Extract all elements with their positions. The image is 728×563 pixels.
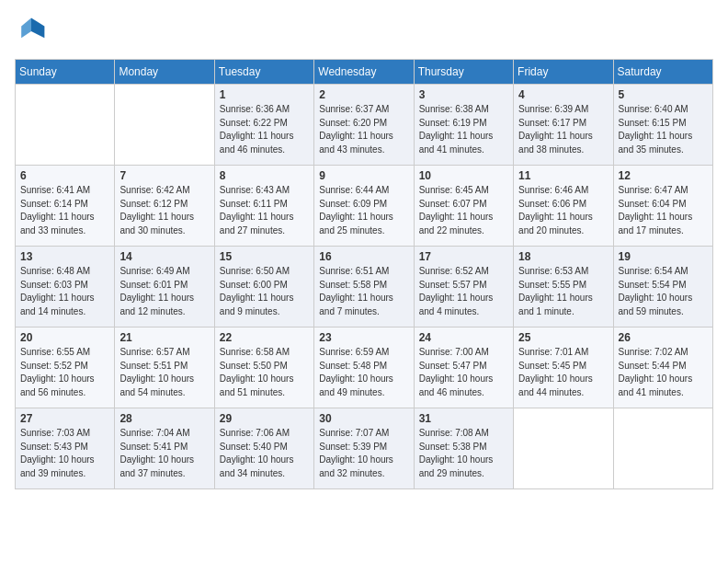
calendar-cell: 6Sunrise: 6:41 AMSunset: 6:14 PMDaylight…: [16, 166, 115, 247]
calendar-cell: 4Sunrise: 6:39 AMSunset: 6:17 PMDaylight…: [514, 85, 613, 166]
day-number: 10: [419, 169, 508, 182]
logo-icon: [15, 15, 48, 48]
calendar-week-row: 13Sunrise: 6:48 AMSunset: 6:03 PMDayligh…: [16, 247, 713, 327]
day-info: Sunrise: 6:48 AMSunset: 6:03 PMDaylight:…: [20, 265, 109, 318]
day-number: 4: [518, 88, 608, 101]
calendar-week-row: 27Sunrise: 7:03 AMSunset: 5:43 PMDayligh…: [16, 408, 713, 489]
day-number: 14: [119, 250, 209, 263]
calendar-cell: 30Sunrise: 7:07 AMSunset: 5:39 PMDayligh…: [314, 408, 414, 489]
calendar-cell: 10Sunrise: 6:45 AMSunset: 6:07 PMDayligh…: [414, 166, 513, 247]
day-number: 6: [20, 169, 109, 182]
day-info: Sunrise: 6:47 AMSunset: 6:04 PMDaylight:…: [619, 184, 708, 237]
day-number: 20: [20, 331, 109, 344]
calendar-cell: [115, 85, 214, 166]
calendar-cell: 3Sunrise: 6:38 AMSunset: 6:19 PMDaylight…: [414, 85, 513, 166]
calendar-cell: 18Sunrise: 6:53 AMSunset: 5:55 PMDayligh…: [514, 247, 613, 327]
calendar-cell: 9Sunrise: 6:44 AMSunset: 6:09 PMDaylight…: [314, 166, 414, 247]
day-info: Sunrise: 6:49 AMSunset: 6:01 PMDaylight:…: [119, 265, 209, 318]
day-info: Sunrise: 6:42 AMSunset: 6:12 PMDaylight:…: [119, 184, 209, 237]
day-info: Sunrise: 6:52 AMSunset: 5:57 PMDaylight:…: [419, 265, 508, 318]
calendar-cell: 12Sunrise: 6:47 AMSunset: 6:04 PMDayligh…: [613, 166, 712, 247]
weekday-header-saturday: Saturday: [613, 60, 712, 85]
day-number: 30: [319, 412, 408, 425]
day-info: Sunrise: 7:04 AMSunset: 5:41 PMDaylight:…: [119, 427, 209, 480]
day-number: 13: [20, 250, 109, 263]
day-info: Sunrise: 6:50 AMSunset: 6:00 PMDaylight:…: [220, 265, 309, 318]
day-number: 8: [220, 169, 309, 182]
day-number: 26: [619, 331, 708, 344]
weekday-header-tuesday: Tuesday: [214, 60, 313, 85]
header: [15, 15, 713, 48]
calendar-cell: 13Sunrise: 6:48 AMSunset: 6:03 PMDayligh…: [16, 247, 115, 327]
calendar-cell: 24Sunrise: 7:00 AMSunset: 5:47 PMDayligh…: [414, 327, 513, 408]
day-number: 25: [518, 331, 608, 344]
calendar-cell: [613, 408, 712, 489]
day-info: Sunrise: 7:00 AMSunset: 5:47 PMDaylight:…: [419, 346, 508, 399]
calendar-week-row: 6Sunrise: 6:41 AMSunset: 6:14 PMDaylight…: [16, 166, 713, 247]
calendar-cell: 29Sunrise: 7:06 AMSunset: 5:40 PMDayligh…: [214, 408, 313, 489]
calendar-cell: 26Sunrise: 7:02 AMSunset: 5:44 PMDayligh…: [613, 327, 712, 408]
day-info: Sunrise: 6:45 AMSunset: 6:07 PMDaylight:…: [419, 184, 508, 237]
day-info: Sunrise: 6:37 AMSunset: 6:20 PMDaylight:…: [319, 103, 408, 156]
day-number: 28: [119, 412, 209, 425]
calendar-cell: 20Sunrise: 6:55 AMSunset: 5:52 PMDayligh…: [16, 327, 115, 408]
day-info: Sunrise: 7:06 AMSunset: 5:40 PMDaylight:…: [220, 427, 309, 480]
weekday-header-thursday: Thursday: [414, 60, 513, 85]
day-number: 2: [319, 88, 408, 101]
day-info: Sunrise: 6:59 AMSunset: 5:48 PMDaylight:…: [319, 346, 408, 399]
day-info: Sunrise: 6:44 AMSunset: 6:09 PMDaylight:…: [319, 184, 408, 237]
day-info: Sunrise: 6:54 AMSunset: 5:54 PMDaylight:…: [619, 265, 708, 318]
calendar-cell: 21Sunrise: 6:57 AMSunset: 5:51 PMDayligh…: [115, 327, 214, 408]
day-number: 19: [619, 250, 708, 263]
page-container: SundayMondayTuesdayWednesdayThursdayFrid…: [0, 0, 728, 500]
logo: [15, 15, 51, 48]
day-info: Sunrise: 6:38 AMSunset: 6:19 PMDaylight:…: [419, 103, 508, 156]
calendar-cell: 25Sunrise: 7:01 AMSunset: 5:45 PMDayligh…: [514, 327, 613, 408]
calendar-cell: 11Sunrise: 6:46 AMSunset: 6:06 PMDayligh…: [514, 166, 613, 247]
day-info: Sunrise: 6:58 AMSunset: 5:50 PMDaylight:…: [220, 346, 309, 399]
day-info: Sunrise: 6:51 AMSunset: 5:58 PMDaylight:…: [319, 265, 408, 318]
day-info: Sunrise: 6:55 AMSunset: 5:52 PMDaylight:…: [20, 346, 109, 399]
weekday-header-wednesday: Wednesday: [314, 60, 414, 85]
day-info: Sunrise: 6:36 AMSunset: 6:22 PMDaylight:…: [220, 103, 309, 156]
day-info: Sunrise: 7:03 AMSunset: 5:43 PMDaylight:…: [20, 427, 109, 480]
calendar-cell: 31Sunrise: 7:08 AMSunset: 5:38 PMDayligh…: [414, 408, 513, 489]
calendar-cell: 19Sunrise: 6:54 AMSunset: 5:54 PMDayligh…: [613, 247, 712, 327]
calendar-cell: 16Sunrise: 6:51 AMSunset: 5:58 PMDayligh…: [314, 247, 414, 327]
calendar-cell: [514, 408, 613, 489]
calendar-cell: 27Sunrise: 7:03 AMSunset: 5:43 PMDayligh…: [16, 408, 115, 489]
weekday-header-row: SundayMondayTuesdayWednesdayThursdayFrid…: [16, 60, 713, 85]
calendar-cell: 23Sunrise: 6:59 AMSunset: 5:48 PMDayligh…: [314, 327, 414, 408]
day-number: 1: [220, 88, 309, 101]
calendar-week-row: 20Sunrise: 6:55 AMSunset: 5:52 PMDayligh…: [16, 327, 713, 408]
day-number: 5: [619, 88, 708, 101]
calendar-cell: 14Sunrise: 6:49 AMSunset: 6:01 PMDayligh…: [115, 247, 214, 327]
day-info: Sunrise: 6:40 AMSunset: 6:15 PMDaylight:…: [619, 103, 708, 156]
day-number: 31: [419, 412, 508, 425]
day-number: 16: [319, 250, 408, 263]
calendar-table: SundayMondayTuesdayWednesdayThursdayFrid…: [15, 59, 713, 489]
day-info: Sunrise: 6:39 AMSunset: 6:17 PMDaylight:…: [518, 103, 608, 156]
calendar-week-row: 1Sunrise: 6:36 AMSunset: 6:22 PMDaylight…: [16, 85, 713, 166]
weekday-header-friday: Friday: [514, 60, 613, 85]
calendar-cell: 7Sunrise: 6:42 AMSunset: 6:12 PMDaylight…: [115, 166, 214, 247]
calendar-cell: 8Sunrise: 6:43 AMSunset: 6:11 PMDaylight…: [214, 166, 313, 247]
calendar-cell: [16, 85, 115, 166]
calendar-cell: 17Sunrise: 6:52 AMSunset: 5:57 PMDayligh…: [414, 247, 513, 327]
calendar-cell: 5Sunrise: 6:40 AMSunset: 6:15 PMDaylight…: [613, 85, 712, 166]
day-number: 9: [319, 169, 408, 182]
day-number: 29: [220, 412, 309, 425]
day-number: 7: [119, 169, 209, 182]
day-number: 24: [419, 331, 508, 344]
day-number: 17: [419, 250, 508, 263]
day-number: 27: [20, 412, 109, 425]
calendar-cell: 22Sunrise: 6:58 AMSunset: 5:50 PMDayligh…: [214, 327, 313, 408]
calendar-cell: 2Sunrise: 6:37 AMSunset: 6:20 PMDaylight…: [314, 85, 414, 166]
day-number: 15: [220, 250, 309, 263]
day-number: 12: [619, 169, 708, 182]
day-number: 11: [518, 169, 608, 182]
day-info: Sunrise: 6:53 AMSunset: 5:55 PMDaylight:…: [518, 265, 608, 318]
day-number: 21: [119, 331, 209, 344]
calendar-cell: 15Sunrise: 6:50 AMSunset: 6:00 PMDayligh…: [214, 247, 313, 327]
day-info: Sunrise: 6:46 AMSunset: 6:06 PMDaylight:…: [518, 184, 608, 237]
